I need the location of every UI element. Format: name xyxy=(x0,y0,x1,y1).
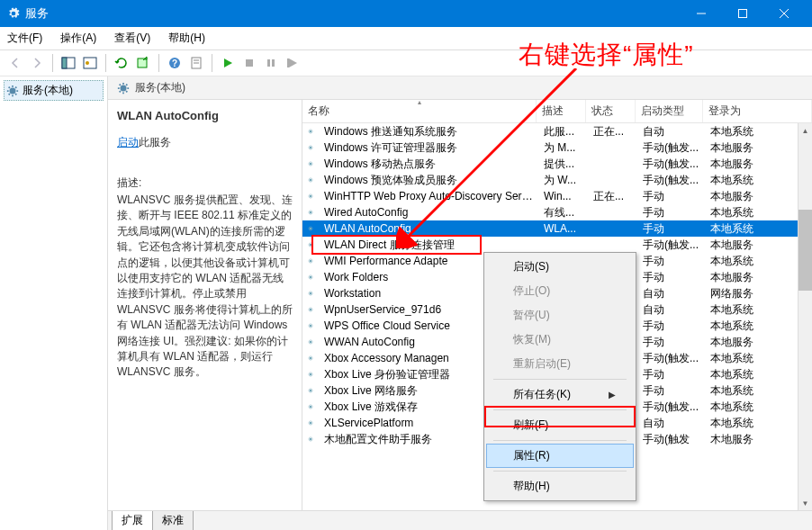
window-titlebar: 服务 xyxy=(0,0,812,27)
service-name: WinHTTP Web Proxy Auto-Discovery Serv... xyxy=(319,189,538,203)
start-service-link[interactable]: 启动此服务 xyxy=(117,135,294,150)
svg-point-7 xyxy=(86,61,89,65)
svg-rect-5 xyxy=(62,58,67,68)
service-startup: 手动 xyxy=(637,382,705,400)
gear-icon xyxy=(7,7,20,20)
refresh-button[interactable] xyxy=(112,53,131,73)
service-desc: 为 W... xyxy=(538,172,588,189)
gear-icon xyxy=(302,400,319,414)
vertical-scrollbar[interactable]: ▲ ▼ xyxy=(798,123,812,510)
restart-service-button[interactable] xyxy=(283,53,302,73)
service-startup: 手动 xyxy=(637,318,705,335)
close-button[interactable] xyxy=(763,0,805,27)
service-logon: 本地服务 xyxy=(705,139,812,157)
service-startup: 手动(触发... xyxy=(637,350,705,367)
service-startup: 手动 xyxy=(637,334,705,351)
menu-file[interactable]: 文件(F) xyxy=(4,29,46,48)
gear-icon xyxy=(302,254,319,268)
scroll-down-button[interactable]: ▼ xyxy=(798,496,812,510)
column-startup[interactable]: 启动类型 xyxy=(636,100,703,122)
service-logon: 本地系统 xyxy=(705,399,812,416)
service-name: Windows 移动热点服务 xyxy=(319,156,538,173)
gear-icon xyxy=(302,286,319,301)
column-status[interactable]: 状态 xyxy=(586,100,636,122)
pause-service-button[interactable] xyxy=(261,53,281,73)
gear-icon xyxy=(302,416,319,430)
gear-icon xyxy=(302,383,319,398)
gear-icon xyxy=(302,432,319,446)
show-hide-tree-button[interactable] xyxy=(59,53,78,73)
column-logon[interactable]: 登录为 xyxy=(703,100,812,122)
context-menu-item[interactable]: 帮助(H) xyxy=(486,474,634,499)
service-name: WLAN AutoConfig xyxy=(319,221,538,236)
context-menu-item[interactable]: 属性(R) xyxy=(486,444,634,468)
svg-point-30 xyxy=(310,292,312,295)
start-service-button[interactable] xyxy=(218,53,238,73)
service-startup: 手动 xyxy=(637,253,705,270)
svg-point-29 xyxy=(310,276,312,279)
gear-icon xyxy=(302,189,319,203)
scroll-thumb[interactable] xyxy=(798,210,812,291)
service-startup: 手动(触发... xyxy=(637,172,705,189)
forward-button[interactable] xyxy=(27,53,47,73)
service-logon: 本地系统 xyxy=(705,123,812,140)
tab-extended[interactable]: 扩展 xyxy=(112,511,153,530)
tree-root-services[interactable]: 服务(本地) xyxy=(4,80,104,101)
context-menu-item: 停止(O) xyxy=(486,279,634,303)
service-logon: 本地系统 xyxy=(705,204,812,221)
service-row[interactable]: WLAN Direct 服务连接管理手动(触发...本地服务 xyxy=(302,237,812,253)
help-button[interactable]: ? xyxy=(165,53,185,73)
service-logon: 本地系统 xyxy=(705,382,812,400)
service-row[interactable]: Windows 推送通知系统服务此服...正在...自动本地系统 xyxy=(302,123,812,139)
svg-point-25 xyxy=(310,211,312,214)
service-row[interactable]: Wired AutoConfig有线...手动本地系统 xyxy=(302,204,812,220)
tab-standard[interactable]: 标准 xyxy=(152,511,194,530)
service-row[interactable]: WLAN AutoConfigWLA...手动本地系统 xyxy=(302,220,812,237)
column-name[interactable]: ▴名称 xyxy=(302,100,537,122)
gear-icon xyxy=(302,173,319,187)
services-header: 服务(本地) xyxy=(108,76,812,100)
svg-point-31 xyxy=(310,309,312,311)
context-menu-item[interactable]: 刷新(F) xyxy=(486,413,634,437)
svg-text:?: ? xyxy=(172,58,177,68)
service-logon: 木地服务 xyxy=(705,431,812,448)
service-row[interactable]: Windows 许可证管理器服务为 M...手动(触发...本地服务 xyxy=(302,139,812,156)
menu-action[interactable]: 操作(A) xyxy=(57,29,100,48)
svg-point-28 xyxy=(310,260,312,263)
detail-tabs: 扩展 标准 xyxy=(108,510,812,530)
gear-icon xyxy=(302,319,319,333)
properties-button[interactable] xyxy=(186,53,206,73)
context-menu-item[interactable]: 启动(S) xyxy=(486,255,634,279)
service-logon: 本地系统 xyxy=(705,415,812,432)
service-startup: 手动(触发... xyxy=(637,156,705,173)
minimize-button[interactable] xyxy=(681,0,722,27)
service-logon: 本地系统 xyxy=(705,301,812,319)
stop-service-button[interactable] xyxy=(239,53,259,73)
service-logon: 网络服务 xyxy=(705,285,812,302)
menu-view[interactable]: 查看(V) xyxy=(111,29,154,48)
svg-point-35 xyxy=(310,373,312,376)
svg-point-27 xyxy=(310,244,312,247)
gear-icon xyxy=(302,270,319,284)
service-row[interactable]: Windows 移动热点服务提供...手动(触发...本地服务 xyxy=(302,156,812,172)
context-menu-item: 恢复(M) xyxy=(486,328,634,352)
gear-icon xyxy=(6,85,19,97)
service-logon: 本地系统 xyxy=(705,172,812,189)
column-desc[interactable]: 描述 xyxy=(537,100,586,122)
context-menu-item[interactable]: 所有任务(K)▶ xyxy=(486,382,634,407)
menu-help[interactable]: 帮助(H) xyxy=(165,29,209,48)
back-button[interactable] xyxy=(5,53,25,73)
export-button[interactable] xyxy=(133,53,153,73)
maximize-button[interactable] xyxy=(722,0,763,27)
gear-icon xyxy=(302,140,319,155)
service-row[interactable]: WinHTTP Web Proxy Auto-Discovery Serv...… xyxy=(302,188,812,204)
svg-point-36 xyxy=(310,390,312,392)
service-status xyxy=(588,163,637,165)
scroll-up-button[interactable]: ▲ xyxy=(798,123,812,138)
service-name: Windows 预览体验成员服务 xyxy=(319,172,538,189)
service-row[interactable]: Windows 预览体验成员服务为 W...手动(触发...本地系统 xyxy=(302,172,812,188)
service-desc: 为 M... xyxy=(538,139,588,157)
gear-icon xyxy=(302,367,319,382)
service-logon: 本地服务 xyxy=(705,237,812,254)
export-list-button[interactable] xyxy=(80,53,100,73)
